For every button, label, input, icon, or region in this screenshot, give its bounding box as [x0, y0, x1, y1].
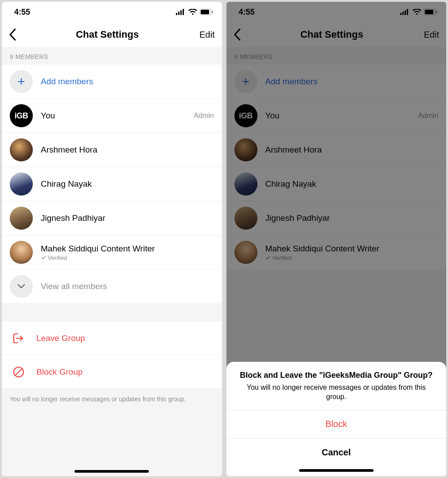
- section-divider: [2, 304, 222, 321]
- chevron-down-icon: [10, 275, 33, 298]
- status-bar: 4:55: [2, 2, 222, 22]
- member-name: You: [41, 111, 194, 121]
- svg-line-8: [16, 368, 22, 375]
- member-name: Chirag Nayak: [41, 179, 214, 189]
- nav-header: Chat Settings Edit: [2, 22, 222, 47]
- member-row[interactable]: Jignesh Padhiyar: [2, 201, 222, 235]
- leave-group-label: Leave Group: [36, 333, 214, 343]
- svg-rect-6: [212, 11, 213, 13]
- add-members-label: Add members: [41, 77, 214, 86]
- avatar: [10, 172, 33, 196]
- edit-button[interactable]: Edit: [188, 30, 214, 40]
- wifi-icon: [188, 9, 197, 15]
- signal-icon: [176, 9, 186, 15]
- verified-badge: Verified: [41, 255, 214, 261]
- avatar: [10, 207, 33, 230]
- svg-rect-1: [178, 12, 179, 15]
- page-title: Chat Settings: [76, 29, 139, 40]
- member-name: Mahek Siddiqui Content Writer: [41, 244, 214, 254]
- check-icon: [41, 255, 46, 260]
- back-button[interactable]: [9, 28, 27, 41]
- member-row[interactable]: Arshmeet Hora: [2, 133, 222, 167]
- block-group-label: Block Group: [36, 367, 214, 377]
- member-row[interactable]: Mahek Siddiqui Content Writer Verified: [2, 235, 222, 270]
- avatar: [10, 138, 33, 161]
- home-indicator: [74, 470, 149, 473]
- leave-group-row[interactable]: Leave Group: [2, 321, 222, 355]
- block-group-row[interactable]: Block Group: [2, 355, 222, 389]
- home-indicator: [299, 469, 374, 472]
- view-all-label: View all members: [41, 282, 214, 291]
- avatar: iGB: [10, 104, 33, 127]
- member-row[interactable]: Chirag Nayak: [2, 167, 222, 201]
- svg-rect-2: [180, 10, 182, 15]
- status-time: 4:55: [14, 8, 30, 17]
- admin-badge: Admin: [194, 112, 214, 120]
- battery-icon: [200, 9, 213, 15]
- phone-right: 4:55 Chat Settings Edit 9 MEMBERS: [226, 2, 447, 476]
- sheet-block-button[interactable]: Block: [226, 410, 447, 438]
- members-section-header: 9 MEMBERS: [2, 47, 222, 65]
- member-row-you[interactable]: iGB You Admin: [2, 99, 222, 133]
- sheet-cancel-button[interactable]: Cancel: [226, 438, 447, 466]
- sheet-title: Block and Leave the "iGeeksMedia Group" …: [226, 371, 447, 383]
- phone-left: 4:55 Chat Settings Edit 9 MEMBERS: [2, 2, 222, 476]
- avatar: [10, 241, 33, 264]
- member-name: Arshmeet Hora: [41, 145, 214, 155]
- add-members-row[interactable]: + Add members: [2, 65, 222, 99]
- member-name: Jignesh Padhiyar: [41, 213, 214, 223]
- sheet-subtitle: You will no longer receive messages or u…: [226, 383, 447, 410]
- status-right: [176, 9, 213, 15]
- svg-rect-5: [201, 10, 209, 14]
- view-all-members-row[interactable]: View all members: [2, 270, 222, 304]
- footer-note: You will no longer receive messages or u…: [2, 389, 222, 415]
- svg-rect-3: [183, 9, 184, 15]
- leave-icon: [10, 329, 27, 347]
- action-sheet: Block and Leave the "iGeeksMedia Group" …: [226, 362, 447, 476]
- svg-rect-0: [176, 13, 177, 15]
- plus-icon: +: [10, 70, 33, 93]
- block-icon: [10, 363, 27, 381]
